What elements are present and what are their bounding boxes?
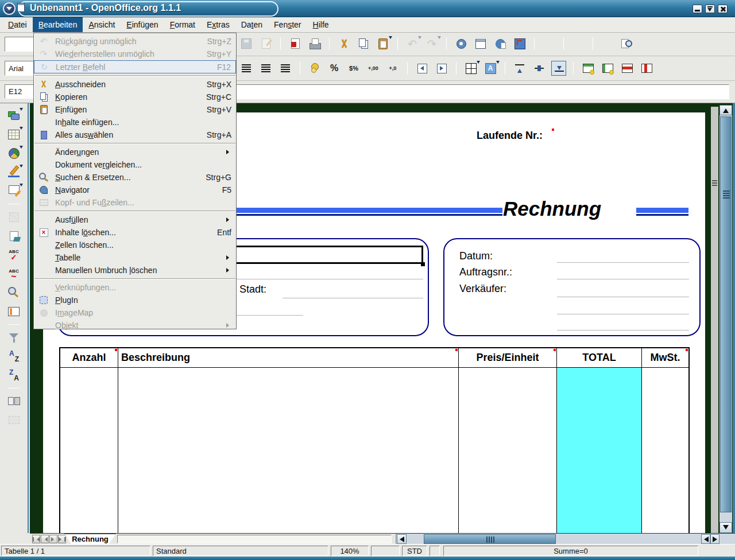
- valign-bottom-icon[interactable]: [551, 61, 566, 76]
- scroll-right-button[interactable]: [710, 534, 719, 544]
- align-right-icon[interactable]: [258, 61, 273, 76]
- status-page-style[interactable]: Standard: [153, 546, 328, 556]
- window-menu-icon[interactable]: [3, 2, 16, 15]
- del-col-icon[interactable]: [639, 61, 654, 76]
- menubar-item-datei[interactable]: Datei: [2, 17, 33, 32]
- menu-item-alles-auswaehlen[interactable]: Alles auswählenStrg+A: [34, 129, 236, 141]
- invoice-table-body[interactable]: [60, 368, 688, 533]
- menu-item-verknuepfungen[interactable]: Verknüpfungen...: [34, 281, 236, 294]
- menu-item-objekt[interactable]: Objekt: [34, 319, 236, 332]
- menubar-item-einfuegen[interactable]: Einfügen: [121, 17, 164, 32]
- sort-ascending-icon[interactable]: [6, 349, 21, 364]
- percent-icon[interactable]: %: [327, 61, 342, 76]
- menu-item-suchen-ersetzen[interactable]: Suchen & Ersetzen...Strg+G: [34, 171, 236, 184]
- gallery-icon[interactable]: [493, 36, 508, 51]
- del-decimal-icon[interactable]: +,0: [385, 61, 400, 76]
- menu-item-dokument-vergleichen[interactable]: Dokument vergleichen...: [34, 158, 236, 171]
- insert-graphics-icon[interactable]: [571, 36, 586, 51]
- scroll-up-button[interactable]: [719, 105, 732, 115]
- menubar-item-format[interactable]: Format: [164, 17, 201, 32]
- indent-dec-icon[interactable]: [415, 61, 430, 76]
- spellcheck-icon[interactable]: [6, 247, 21, 262]
- menu-item-einfuegen[interactable]: EinfügenStrg+V: [34, 103, 236, 116]
- menu-item-kopf-fusszeilen[interactable]: Kopf- und Fußzeilen...: [34, 196, 236, 209]
- insert-col-icon[interactable]: [600, 61, 615, 76]
- menu-item-inhalte-loeschen[interactable]: Inhalte löschen...Entf: [34, 226, 236, 239]
- dollar-percent-icon[interactable]: $%: [346, 61, 361, 76]
- table-column-mwst[interactable]: [642, 368, 688, 533]
- menubar-item-hilfe[interactable]: Hilfe: [307, 17, 335, 32]
- insert-chart-icon[interactable]: [6, 146, 21, 161]
- ungroup-icon[interactable]: [6, 413, 21, 427]
- vertical-scrollbar-thumb[interactable]: [720, 116, 732, 512]
- del-row-icon[interactable]: [620, 61, 635, 76]
- insert-cells-icon[interactable]: [6, 127, 21, 142]
- valign-top-icon[interactable]: [512, 61, 527, 76]
- status-selection-mode[interactable]: STD: [402, 546, 427, 556]
- undo-icon[interactable]: ↶: [405, 36, 420, 51]
- indent-inc-icon[interactable]: [434, 61, 449, 76]
- navigator-icon[interactable]: [454, 36, 469, 51]
- redo-icon[interactable]: ↷: [424, 36, 439, 51]
- menubar-item-fenster[interactable]: Fenster: [268, 17, 307, 32]
- currency-icon[interactable]: [307, 61, 322, 76]
- export-pdf-icon[interactable]: [288, 36, 303, 51]
- valign-center-icon[interactable]: [532, 61, 547, 76]
- cut-icon[interactable]: [336, 36, 351, 51]
- horizontal-scrollbar-thumb[interactable]: [424, 534, 556, 544]
- menu-item-letzter-befehl[interactable]: ↻Letzter BefehlF12: [34, 60, 236, 73]
- autoformat-icon[interactable]: [6, 228, 21, 243]
- table-column-beschreibung[interactable]: [118, 368, 459, 533]
- sort-descending-icon[interactable]: [6, 368, 21, 383]
- edit-file-icon[interactable]: [258, 36, 273, 51]
- previous-sheet-button[interactable]: [41, 535, 49, 543]
- horizontal-scrollbar[interactable]: [396, 534, 720, 545]
- last-sheet-button[interactable]: [58, 535, 66, 543]
- maximize-button[interactable]: [705, 5, 715, 13]
- next-sheet-button[interactable]: [49, 535, 57, 543]
- menu-item-imagemap[interactable]: ImageMap: [34, 306, 236, 319]
- menu-item-wiederherstellen[interactable]: ↷Wiederherstellen unmöglichStrg+Y: [34, 48, 236, 60]
- menubar-item-daten[interactable]: Daten: [235, 17, 268, 32]
- insert-row-icon[interactable]: [581, 61, 595, 76]
- menu-item-ausfuellen[interactable]: Ausfüllen: [34, 213, 236, 226]
- menu-item-aenderungen[interactable]: Änderungen: [34, 146, 236, 158]
- form-controls-icon[interactable]: [6, 184, 21, 199]
- insert-fields-icon[interactable]: [6, 209, 21, 224]
- zoom-icon[interactable]: [620, 36, 635, 51]
- bgcolor-icon[interactable]: [483, 61, 498, 76]
- table-column-preis-einheit[interactable]: [459, 368, 557, 533]
- menu-item-umbruch-loeschen[interactable]: Manuellen Umbruch löschen: [34, 264, 236, 277]
- align-center-icon[interactable]: [239, 61, 254, 76]
- stylist-icon[interactable]: [473, 36, 488, 51]
- vertical-scrollbar[interactable]: [719, 105, 732, 533]
- table-column-total[interactable]: [557, 368, 642, 533]
- menu-item-ausschneiden[interactable]: AusschneidenStrg+X: [34, 78, 236, 91]
- save-icon[interactable]: [239, 36, 254, 51]
- paste-icon[interactable]: [376, 36, 390, 51]
- menu-item-tabelle[interactable]: Tabelle: [34, 251, 236, 264]
- menu-item-inhalte-einfuegen[interactable]: Inhalte einfügen...: [34, 116, 236, 129]
- group-icon[interactable]: [6, 394, 21, 409]
- sheet-tab-rechnung[interactable]: Rechnung: [64, 534, 116, 545]
- add-decimal-icon[interactable]: +,00: [366, 61, 381, 76]
- scroll-left-button[interactable]: [397, 534, 407, 544]
- copy-icon[interactable]: [356, 36, 371, 51]
- fullscreen-icon[interactable]: [512, 36, 527, 51]
- print-icon[interactable]: [307, 36, 322, 51]
- menu-item-zellen-loeschen[interactable]: Zellen löschen...: [34, 239, 236, 251]
- status-zoom-level[interactable]: 140%: [331, 546, 369, 556]
- draw-functions-icon[interactable]: [6, 165, 21, 180]
- find-on-icon[interactable]: [6, 285, 21, 300]
- menubar-item-ansicht[interactable]: Ansicht: [83, 17, 121, 32]
- menu-item-kopieren[interactable]: KopierenStrg+C: [34, 91, 236, 103]
- insert-object-icon[interactable]: [6, 108, 21, 123]
- cell-cursor-handle[interactable]: [421, 262, 425, 266]
- autofilter-icon[interactable]: [6, 330, 21, 345]
- menu-item-plugin[interactable]: PlugIn: [34, 294, 236, 306]
- menu-item-rueckgaengig[interactable]: ↶Rückgängig unmöglichStrg+Z: [34, 35, 236, 48]
- data-sources-icon[interactable]: [6, 304, 21, 319]
- record-changes-icon[interactable]: [541, 36, 556, 51]
- borders-icon[interactable]: [463, 61, 478, 76]
- justify-icon[interactable]: [278, 61, 293, 76]
